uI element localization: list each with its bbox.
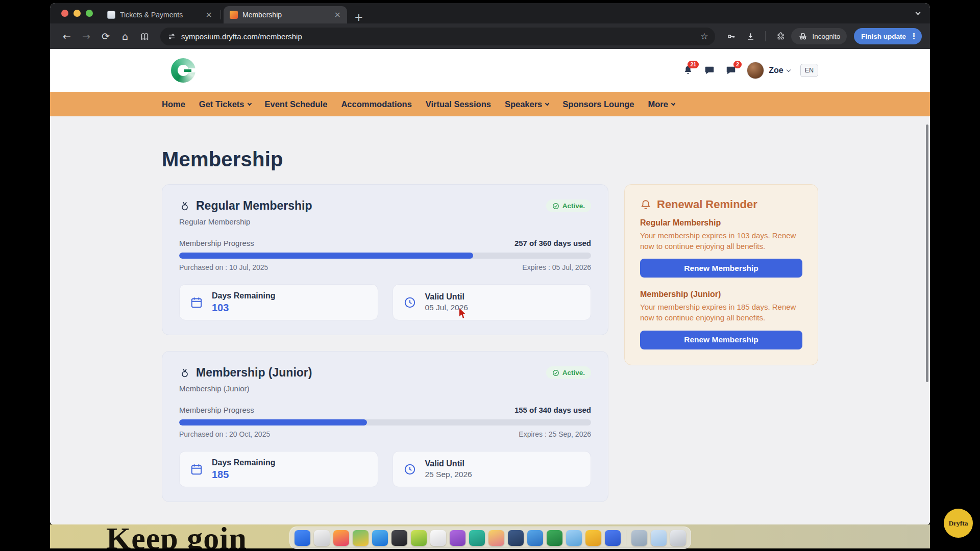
- chat-button[interactable]: [704, 65, 715, 76]
- chat-icon: [704, 65, 715, 76]
- reminder-title: Renewal Reminder: [657, 198, 757, 211]
- dock-app-chart[interactable]: [527, 530, 543, 546]
- progress-bar: [179, 419, 591, 425]
- progress-label: Membership Progress: [179, 239, 254, 247]
- page-content: Membership Regular Membership Active: [50, 116, 930, 524]
- status-badge: Active.: [546, 199, 591, 212]
- days-remaining-card: Days Remaining 103: [179, 284, 378, 320]
- calendar-icon: [190, 463, 203, 476]
- days-used: 155 of 340 days used: [514, 406, 591, 414]
- dock-app-blue[interactable]: [295, 530, 310, 546]
- membership-card-junior: Membership (Junior) Active. Membership (…: [162, 351, 608, 502]
- minimize-window-button[interactable]: [74, 10, 81, 17]
- address-bar[interactable]: symposium.dryfta.com/membership ☆: [160, 28, 715, 45]
- dock-app-navy[interactable]: [508, 530, 524, 546]
- dock-app-lightblue[interactable]: [566, 530, 582, 546]
- more-menu-icon[interactable]: ⋮: [910, 32, 918, 41]
- dock: [289, 527, 691, 549]
- dryfta-watermark: Dryfta: [944, 509, 973, 538]
- bookmark-star-icon[interactable]: ☆: [700, 31, 708, 41]
- dock-app-green[interactable]: [411, 530, 427, 546]
- dock-launchpad[interactable]: [314, 530, 330, 546]
- finish-update-button[interactable]: Finish update ⋮: [854, 28, 922, 44]
- clock-icon: [403, 463, 416, 476]
- dock-app-blue2[interactable]: [605, 530, 621, 546]
- nav-item-get-tickets[interactable]: Get Tickets: [199, 99, 251, 109]
- notification-count-badge: 21: [688, 61, 699, 68]
- membership-card-regular: Regular Membership Active. Regular Membe…: [162, 184, 608, 335]
- downloads-button[interactable]: [742, 28, 759, 45]
- tabs: Tickets & Payments × Membership × +: [101, 3, 363, 23]
- dock-trash[interactable]: [670, 530, 686, 546]
- dock-terminal[interactable]: [391, 530, 407, 546]
- dock-photos[interactable]: [488, 530, 504, 546]
- dock-recent-1[interactable]: [631, 530, 647, 546]
- dock-firefox[interactable]: [333, 530, 349, 546]
- purchased-date: Purchased on : 10 Jul, 2025: [179, 263, 268, 271]
- renew-membership-button[interactable]: Renew Membership: [640, 259, 802, 278]
- search-tabs-button[interactable]: [916, 12, 920, 14]
- nav-item-virtual-sessions[interactable]: Virtual Sessions: [426, 99, 491, 109]
- tab-title: Membership: [242, 11, 330, 19]
- language-selector[interactable]: EN: [800, 64, 818, 77]
- membership-name: Membership (Junior): [196, 366, 312, 380]
- tab-title: Tickets & Payments: [120, 11, 201, 19]
- membership-name: Regular Membership: [196, 199, 312, 213]
- incognito-icon: [798, 31, 808, 41]
- dock-stats[interactable]: [547, 530, 562, 546]
- tab-membership[interactable]: Membership ×: [224, 6, 347, 23]
- progress-bar: [179, 253, 591, 259]
- days-used: 257 of 360 days used: [514, 239, 591, 247]
- back-button[interactable]: ←: [58, 28, 76, 45]
- message-count-badge: 2: [733, 61, 742, 68]
- scrollbar-thumb[interactable]: [926, 124, 928, 382]
- tab-strip: Tickets & Payments × Membership × +: [50, 3, 930, 23]
- tab-favicon: [107, 11, 115, 19]
- chevron-down-icon: [786, 67, 790, 71]
- reading-list-button[interactable]: [136, 28, 153, 45]
- dock-app-yellow[interactable]: [585, 530, 601, 546]
- tab-close-icon[interactable]: ×: [334, 11, 341, 19]
- reminder-text: Your membership expires in 103 days. Ren…: [640, 231, 802, 252]
- medal-icon: [179, 367, 190, 379]
- expires-date: Expires : 05 Jul, 2026: [522, 263, 591, 271]
- new-tab-button[interactable]: +: [354, 11, 363, 23]
- notifications-button[interactable]: 21: [682, 65, 694, 76]
- tab-tickets-payments[interactable]: Tickets & Payments ×: [101, 6, 218, 23]
- nav-item-event-schedule[interactable]: Event Schedule: [265, 99, 328, 109]
- dock-recent-2[interactable]: [651, 530, 667, 546]
- nav-item-more[interactable]: More: [648, 99, 675, 109]
- forward-button[interactable]: →: [78, 28, 95, 45]
- nav-item-speakers[interactable]: Speakers: [505, 99, 549, 109]
- passwords-button[interactable]: [722, 28, 740, 45]
- messages-button[interactable]: 2: [725, 65, 737, 76]
- site-logo[interactable]: [171, 58, 195, 83]
- dock-app-purple[interactable]: [450, 530, 465, 546]
- progress-fill: [179, 419, 367, 425]
- url-text[interactable]: symposium.dryfta.com/membership: [181, 32, 695, 41]
- dock-app-white[interactable]: [430, 530, 446, 546]
- dock-safari[interactable]: [372, 530, 388, 546]
- nav-item-accommodations[interactable]: Accommodations: [341, 99, 411, 109]
- browser-toolbar: ← → ⟳ ⌂ symposium.dryfta.com/membership …: [50, 23, 930, 49]
- tab-close-icon[interactable]: ×: [206, 11, 212, 19]
- avatar: [747, 62, 764, 79]
- days-remaining-value: 185: [212, 469, 275, 481]
- maximize-window-button[interactable]: [86, 10, 93, 17]
- reload-button[interactable]: ⟳: [97, 28, 114, 45]
- home-button[interactable]: ⌂: [116, 28, 134, 45]
- dock-chrome[interactable]: [353, 530, 369, 546]
- renew-membership-button[interactable]: Renew Membership: [640, 331, 802, 349]
- site-settings-icon[interactable]: [167, 32, 176, 41]
- window-controls: [61, 10, 93, 17]
- extensions-button[interactable]: [772, 28, 789, 45]
- key-icon: [726, 32, 736, 41]
- dock-app-teal[interactable]: [469, 530, 485, 546]
- user-name: Zoe: [769, 66, 783, 75]
- nav-item-home[interactable]: Home: [162, 99, 185, 109]
- nav-item-sponsors-lounge[interactable]: Sponsors Lounge: [562, 99, 634, 109]
- close-window-button[interactable]: [61, 10, 68, 17]
- valid-until-label: Valid Until: [425, 459, 472, 468]
- user-menu[interactable]: Zoe: [747, 62, 790, 79]
- bell-icon: [640, 199, 651, 210]
